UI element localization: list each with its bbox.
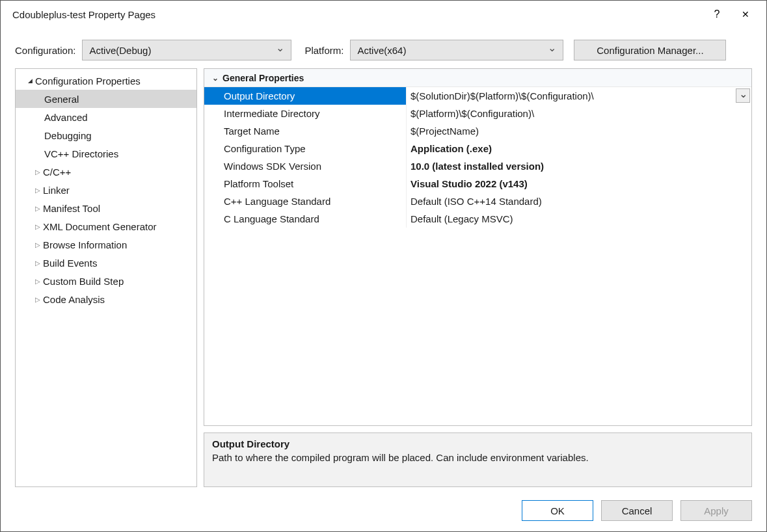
chevron-down-icon [739, 90, 747, 102]
prop-row-windows-sdk[interactable]: Windows SDK Version 10.0 (latest install… [204, 157, 751, 175]
tree-root-label: Configuration Properties [35, 75, 141, 86]
tree-item-advanced[interactable]: Advanced [16, 108, 196, 126]
prop-row-target-name[interactable]: Target Name $(ProjectName) [204, 122, 751, 140]
expand-icon [33, 168, 43, 176]
apply-button[interactable]: Apply [680, 500, 752, 521]
tree-item-xmldoc[interactable]: XML Document Generator [16, 217, 196, 235]
chevron-down-icon [548, 44, 556, 56]
tree-item-debugging[interactable]: Debugging [16, 126, 196, 144]
cancel-button[interactable]: Cancel [601, 500, 673, 521]
configuration-manager-button[interactable]: Configuration Manager... [574, 40, 726, 60]
description-panel: Output Directory Path to where the compi… [204, 432, 752, 487]
tree-item-linker[interactable]: Linker [16, 181, 196, 199]
prop-row-configuration-type[interactable]: Configuration Type Application (.exe) [204, 140, 751, 157]
window-title: Cdoubleplus-test Property Pages [12, 9, 703, 20]
prop-value[interactable]: $(SolutionDir)$(Platform)\$(Configuratio… [407, 87, 751, 105]
prop-label: C++ Language Standard [204, 193, 407, 210]
right-column: ⌄ General Properties Output Directory $(… [204, 68, 752, 487]
help-button[interactable] [703, 4, 731, 25]
prop-value[interactable]: $(ProjectName) [407, 122, 751, 140]
tree-panel[interactable]: Configuration Properties General Advance… [15, 68, 197, 487]
expand-icon [33, 223, 43, 230]
prop-label: Target Name [204, 122, 407, 140]
prop-row-output-directory[interactable]: Output Directory $(SolutionDir)$(Platfor… [204, 87, 751, 105]
collapse-icon: ⌄ [208, 73, 222, 83]
close-button[interactable] [731, 4, 760, 25]
expand-icon [33, 259, 43, 267]
chevron-down-icon [276, 44, 284, 56]
prop-label: Output Directory [204, 87, 407, 105]
platform-dropdown[interactable]: Active(x64) [350, 40, 563, 60]
dialog-footer: OK Cancel Apply [1, 496, 766, 531]
description-title: Output Directory [212, 438, 744, 449]
prop-label: C Language Standard [204, 210, 407, 228]
tree-root[interactable]: Configuration Properties [16, 72, 196, 90]
prop-value[interactable]: 10.0 (latest installed version) [407, 157, 751, 175]
tree-item-manifest[interactable]: Manifest Tool [16, 199, 196, 217]
prop-value[interactable]: $(Platform)\$(Configuration)\ [407, 105, 751, 122]
ok-button[interactable]: OK [522, 500, 593, 521]
expand-icon [33, 278, 43, 285]
prop-row-cpp-standard[interactable]: C++ Language Standard Default (ISO C++14… [204, 193, 751, 210]
prop-value[interactable]: Visual Studio 2022 (v143) [407, 175, 751, 193]
expand-icon [33, 296, 43, 303]
titlebar: Cdoubleplus-test Property Pages [1, 1, 766, 28]
tree-item-general[interactable]: General [16, 90, 196, 108]
expand-icon [33, 241, 43, 248]
prop-label: Intermediate Directory [204, 105, 407, 122]
config-toolbar: Configuration: Active(Debug) Platform: A… [1, 28, 766, 68]
tree-item-buildevents[interactable]: Build Events [16, 254, 196, 272]
prop-row-c-standard[interactable]: C Language Standard Default (Legacy MSVC… [204, 210, 751, 228]
tree-item-codeanalysis[interactable]: Code Analysis [16, 290, 196, 308]
configuration-value: Active(Debug) [89, 45, 151, 56]
dropdown-button[interactable] [736, 88, 750, 103]
prop-row-platform-toolset[interactable]: Platform Toolset Visual Studio 2022 (v14… [204, 175, 751, 193]
prop-label: Windows SDK Version [204, 157, 407, 175]
tree-item-vcdirs[interactable]: VC++ Directories [16, 144, 196, 163]
tree-item-ccpp[interactable]: C/C++ [16, 163, 196, 181]
tree-item-custombuild[interactable]: Custom Build Step [16, 272, 196, 290]
prop-value[interactable]: Default (ISO C++14 Standard) [407, 193, 751, 210]
configuration-label: Configuration: [15, 45, 75, 56]
prop-value[interactable]: Default (Legacy MSVC) [407, 210, 751, 228]
platform-value: Active(x64) [357, 45, 406, 56]
prop-row-intermediate-directory[interactable]: Intermediate Directory $(Platform)\$(Con… [204, 105, 751, 122]
close-icon [742, 8, 749, 21]
prop-value[interactable]: Application (.exe) [407, 140, 751, 157]
expand-icon [33, 187, 43, 194]
help-icon [714, 8, 720, 20]
prop-label: Platform Toolset [204, 175, 407, 193]
group-title: General Properties [222, 73, 304, 83]
configuration-dropdown[interactable]: Active(Debug) [82, 40, 291, 60]
prop-label: Configuration Type [204, 140, 407, 157]
property-grid: ⌄ General Properties Output Directory $(… [204, 68, 752, 426]
description-text: Path to where the compiled program will … [212, 452, 744, 463]
platform-label: Platform: [304, 45, 343, 56]
property-pages-dialog: Cdoubleplus-test Property Pages Configur… [0, 0, 767, 532]
dialog-body: Configuration Properties General Advance… [1, 68, 766, 496]
collapse-icon [25, 77, 35, 84]
group-header[interactable]: ⌄ General Properties [204, 69, 751, 87]
expand-icon [33, 205, 43, 212]
tree-item-browse[interactable]: Browse Information [16, 235, 196, 254]
